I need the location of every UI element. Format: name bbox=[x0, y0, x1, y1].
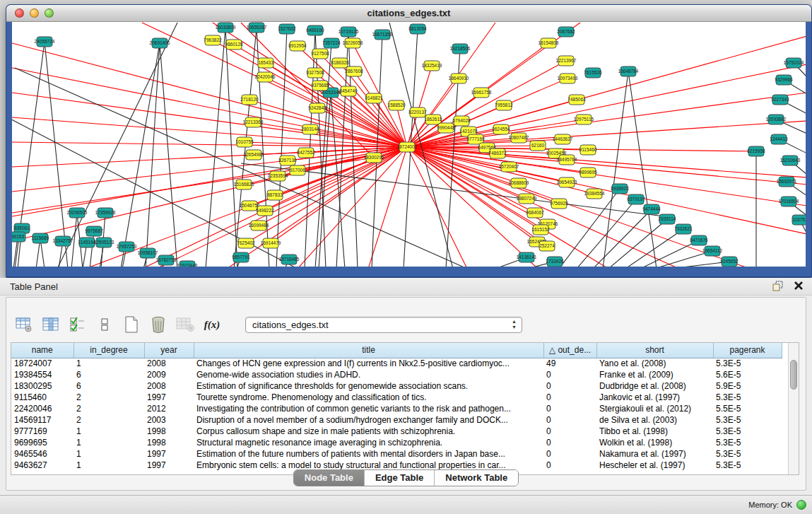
graph-edge[interactable] bbox=[559, 189, 620, 267]
graph-node[interactable]: 252274 bbox=[539, 241, 555, 251]
graph-node[interactable]: 18495784 bbox=[557, 155, 577, 165]
graph-node[interactable]: 5498222 bbox=[256, 206, 274, 216]
graph-node[interactable]: 2803144 bbox=[301, 124, 319, 134]
graph-node[interactable]: 8912954 bbox=[288, 41, 307, 51]
network-canvas[interactable]: 2405572420691406160338091065528715276026… bbox=[12, 22, 806, 267]
graph-node[interactable]: 9327508 bbox=[306, 68, 324, 78]
graph-node[interactable]: 18325419 bbox=[422, 61, 442, 71]
graph-edge[interactable] bbox=[206, 28, 225, 267]
graph-edge[interactable] bbox=[146, 43, 160, 267]
graph-node[interactable]: 12505123 bbox=[94, 238, 114, 247]
graph-node[interactable]: 9329966 bbox=[775, 75, 793, 85]
graph-node[interactable]: 12213360 bbox=[243, 117, 264, 127]
tab-network-table[interactable]: Network Table bbox=[435, 470, 518, 486]
graph-edge[interactable] bbox=[407, 147, 750, 267]
graph-node[interactable]: 9857791 bbox=[232, 252, 250, 262]
graph-node[interactable]: 116753 bbox=[792, 215, 806, 225]
table-options-icon[interactable] bbox=[15, 315, 33, 334]
graph-node[interactable]: 16210643 bbox=[780, 156, 801, 165]
graph-node[interactable]: 12213967 bbox=[556, 56, 577, 66]
graph-node[interactable]: 19384554 bbox=[584, 189, 605, 199]
function-builder-icon[interactable]: f(x) bbox=[203, 315, 221, 334]
graph-node[interactable]: 10807487 bbox=[509, 133, 529, 143]
graph-edge[interactable] bbox=[628, 71, 657, 267]
graph-node[interactable]: 917006 bbox=[290, 165, 305, 175]
graph-node[interactable]: 2935114 bbox=[659, 214, 676, 224]
graph-node[interactable]: 7357224 bbox=[322, 38, 341, 48]
graph-node[interactable]: 12975115 bbox=[574, 115, 594, 124]
window-titlebar[interactable]: citations_edges.txt bbox=[6, 5, 811, 22]
graph-node[interactable]: 7486372 bbox=[488, 148, 507, 158]
table-row[interactable]: 1872400712008Changes of HCN gene express… bbox=[11, 358, 782, 369]
graph-node[interactable]: 6794028 bbox=[452, 116, 471, 126]
graph-node[interactable]: 6466160 bbox=[306, 25, 324, 35]
table-row[interactable]: 977716911998Corpus callosum shape and si… bbox=[11, 426, 782, 437]
graph-node[interactable]: 18640910 bbox=[449, 74, 469, 83]
graph-node[interactable]: 19654923 bbox=[557, 177, 577, 187]
table-row[interactable]: 1830029562008Estimation of significance … bbox=[11, 380, 782, 392]
graph-edge[interactable] bbox=[654, 251, 712, 267]
column-header-pagerank[interactable]: pagerank bbox=[713, 343, 782, 358]
graph-node[interactable]: 1733426 bbox=[546, 257, 564, 267]
graph-node[interactable]: 8471676 bbox=[690, 235, 708, 245]
graph-node[interactable]: 8938923 bbox=[611, 184, 629, 194]
column-header-title[interactable]: title bbox=[194, 343, 543, 358]
graph-node[interactable]: 8220137 bbox=[408, 107, 427, 117]
graph-edge[interactable] bbox=[368, 147, 407, 267]
table-row[interactable]: 911546021997Tourette syndrome. Phenomeno… bbox=[11, 392, 782, 403]
graph-node[interactable]: 18807249 bbox=[517, 194, 537, 204]
graph-node[interactable]: 7955812 bbox=[495, 100, 513, 110]
graph-node[interactable]: 7615526 bbox=[584, 68, 602, 78]
graph-node[interactable]: 9860128 bbox=[225, 40, 243, 49]
graph-node[interactable]: 9375685 bbox=[311, 81, 329, 90]
graph-edge[interactable] bbox=[593, 209, 652, 267]
graph-edge[interactable] bbox=[12, 93, 407, 147]
graph-node[interactable]: 8454749 bbox=[339, 86, 358, 96]
graph-node[interactable]: 1115689 bbox=[32, 233, 49, 243]
column-header-out_de[interactable]: △ out_de... bbox=[543, 343, 596, 358]
graph-node[interactable]: 8215958 bbox=[747, 146, 765, 156]
graph-edge[interactable] bbox=[12, 147, 407, 241]
close-panel-icon[interactable] bbox=[794, 281, 804, 291]
graph-node[interactable]: 9474444 bbox=[642, 204, 661, 214]
graph-node[interactable]: 16782753 bbox=[156, 255, 177, 265]
graph-node[interactable]: 1010755 bbox=[235, 137, 254, 147]
graph-edge[interactable] bbox=[225, 28, 237, 267]
graph-node[interactable]: 9975887 bbox=[85, 226, 103, 236]
graph-node[interactable]: 7932621 bbox=[674, 224, 693, 234]
graph-node[interactable]: 7485063 bbox=[567, 95, 586, 105]
graph-node[interactable]: 2867608 bbox=[345, 66, 363, 76]
graph-node[interactable]: 17957253 bbox=[117, 242, 137, 252]
graph-node[interactable]: 15716485 bbox=[279, 255, 300, 264]
graph-node[interactable]: 12093882 bbox=[766, 115, 787, 124]
graph-node[interactable]: 165433 bbox=[258, 58, 273, 68]
graph-edge[interactable] bbox=[298, 147, 407, 267]
graph-node[interactable]: 10958107 bbox=[138, 248, 158, 258]
column-visibility-checks-icon[interactable] bbox=[69, 315, 87, 334]
graph-node[interactable]: 6379197 bbox=[627, 194, 645, 204]
graph-node[interactable]: 19218506 bbox=[450, 44, 471, 54]
graph-node[interactable]: 2087682 bbox=[557, 27, 575, 37]
graph-node[interactable]: 9115460 bbox=[579, 145, 597, 155]
graph-node[interactable]: 16033809 bbox=[216, 23, 236, 33]
graph-node[interactable]: 1588520 bbox=[387, 100, 406, 110]
graph-edge[interactable] bbox=[12, 147, 407, 216]
graph-node[interactable]: 16099484 bbox=[249, 221, 269, 230]
citation-network-graph[interactable]: 2405572420691406160338091065528715276026… bbox=[12, 22, 806, 267]
graph-node[interactable]: 16671358 bbox=[372, 30, 393, 40]
graph-node[interactable]: 1527602 bbox=[278, 24, 296, 34]
tab-node-table[interactable]: Node Table bbox=[294, 470, 365, 486]
float-panel-icon[interactable] bbox=[772, 280, 784, 291]
graph-node[interactable]: 20206505 bbox=[67, 208, 88, 218]
graph-node[interactable]: 887833 bbox=[267, 190, 283, 200]
graph-node[interactable]: 17016504 bbox=[779, 197, 799, 206]
graph-node[interactable]: 9146821 bbox=[365, 93, 383, 103]
graph-node[interactable]: 15166825 bbox=[234, 180, 254, 189]
graph-node[interactable]: 7963822 bbox=[204, 35, 222, 45]
graph-node[interactable]: 39153 bbox=[12, 232, 25, 242]
graph-edge[interactable] bbox=[142, 23, 407, 147]
graph-node[interactable]: 3624554 bbox=[492, 124, 510, 134]
graph-node[interactable]: 12353594 bbox=[268, 171, 288, 181]
graph-node[interactable]: 9245652 bbox=[720, 257, 739, 267]
graph-node[interactable]: 10655287 bbox=[247, 23, 267, 33]
